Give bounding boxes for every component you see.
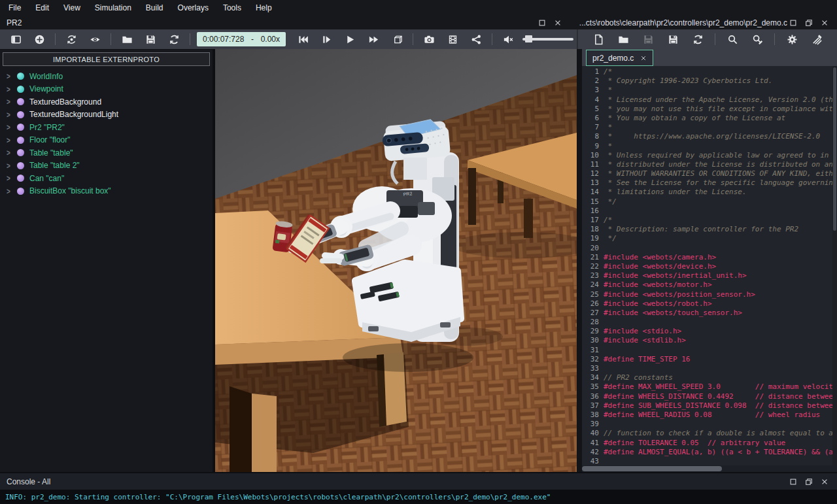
expand-arrow-icon[interactable]: > bbox=[7, 84, 16, 93]
expand-arrow-icon[interactable]: > bbox=[7, 110, 16, 119]
code-line: 29#include <stdio.h> bbox=[582, 327, 837, 336]
maximize-icon[interactable] bbox=[787, 18, 799, 28]
tree-node-floor[interactable]: >Floor "floor" bbox=[0, 134, 213, 147]
play-button[interactable] bbox=[341, 31, 358, 48]
maximize-icon[interactable] bbox=[536, 18, 548, 28]
node-type-icon bbox=[17, 162, 24, 169]
movie-button[interactable] bbox=[444, 31, 461, 48]
expand-arrow-icon[interactable]: > bbox=[7, 135, 16, 144]
line-number: 10 bbox=[582, 151, 599, 160]
3d-viewport[interactable]: PR2 bbox=[215, 49, 577, 472]
importable-externproto-button[interactable]: IMPORTABLE EXTERNPROTO bbox=[3, 52, 210, 66]
tab-pr2-demo-c[interactable]: pr2_demo.c bbox=[586, 50, 653, 66]
menu-overlays[interactable]: Overlays bbox=[171, 0, 216, 16]
splitter[interactable] bbox=[577, 49, 582, 472]
rewind-button[interactable] bbox=[294, 31, 311, 48]
restore-viewpoint-button[interactable] bbox=[63, 31, 80, 48]
step-button[interactable] bbox=[318, 31, 335, 48]
code-line: 25#include <webots/position_sensor.h> bbox=[582, 290, 837, 299]
editor-dock-window-buttons bbox=[787, 18, 837, 28]
menu-edit[interactable]: Edit bbox=[28, 0, 56, 16]
sound-mute-button[interactable] bbox=[500, 31, 517, 48]
add-node-button[interactable] bbox=[31, 31, 48, 48]
code-line: 19 */ bbox=[582, 234, 837, 243]
restore-icon[interactable] bbox=[803, 477, 815, 487]
clear-button[interactable] bbox=[808, 31, 825, 48]
volume-slider[interactable] bbox=[522, 38, 573, 41]
find-replace-button[interactable] bbox=[749, 31, 766, 48]
tree-node-texturedbackground[interactable]: >TexturedBackground bbox=[0, 95, 213, 109]
screenshot-button[interactable] bbox=[420, 31, 437, 48]
close-icon[interactable] bbox=[819, 18, 830, 28]
horizontal-scrollbar[interactable] bbox=[582, 465, 837, 472]
toolbar-separator bbox=[774, 33, 775, 45]
menu-build[interactable]: Build bbox=[139, 0, 171, 16]
3d-scene: PR2 bbox=[215, 49, 577, 472]
close-icon[interactable] bbox=[819, 477, 830, 487]
toolbar-row: 0:00:07:728-0.00x bbox=[0, 29, 837, 49]
open-file-button[interactable] bbox=[615, 31, 632, 48]
save-as-button[interactable] bbox=[664, 31, 681, 48]
console-log-line: INFO: pr2_demo: Starting controller: "C:… bbox=[5, 493, 551, 501]
preferences-button[interactable] bbox=[783, 31, 800, 48]
expand-arrow-icon[interactable]: > bbox=[7, 72, 16, 81]
expand-arrow-icon[interactable]: > bbox=[7, 123, 16, 132]
node-label: TexturedBackgroundLight bbox=[29, 110, 118, 119]
maximize-icon[interactable] bbox=[787, 477, 799, 487]
tree-node-worldinfo[interactable]: >WorldInfo bbox=[0, 70, 213, 83]
tab-close-icon[interactable] bbox=[640, 55, 647, 61]
line-number: 35 bbox=[582, 382, 599, 392]
tree-node-biscuitbox[interactable]: >BiscuitBox "biscuit box" bbox=[0, 185, 213, 198]
expand-arrow-icon[interactable]: > bbox=[7, 186, 16, 195]
reload-world-button[interactable] bbox=[165, 31, 182, 48]
find-button[interactable] bbox=[724, 31, 741, 48]
line-text: */ bbox=[599, 234, 617, 243]
fast-forward-button[interactable] bbox=[365, 31, 382, 48]
tree-node-viewpoint[interactable]: >Viewpoint bbox=[0, 83, 213, 96]
world-tab-pr2[interactable]: PR2 bbox=[0, 18, 28, 27]
menu-tools[interactable]: Tools bbox=[216, 0, 248, 16]
tree-node-can[interactable]: >Can "can" bbox=[0, 172, 213, 185]
close-icon[interactable] bbox=[552, 18, 564, 28]
line-text: #include <webots/camera.h> bbox=[599, 253, 716, 262]
tree-node-table[interactable]: >Table "table 2" bbox=[0, 160, 213, 173]
line-text: #include <webots/position_sensor.h> bbox=[599, 290, 755, 299]
console-log: INFO: pr2_demo: Starting controller: "C:… bbox=[0, 490, 837, 504]
line-text: #define WHEEL_RADIUS 0.08 // wheel radiu… bbox=[599, 411, 820, 420]
code-area[interactable]: 1/*2 * Copyright 1996-2023 Cyberbotics L… bbox=[582, 66, 837, 465]
line-number: 42 bbox=[582, 448, 599, 457]
slider-handle[interactable] bbox=[525, 35, 532, 42]
revert-file-button[interactable] bbox=[689, 31, 706, 48]
simulation-toolbar: 0:00:07:728-0.00x bbox=[0, 31, 577, 48]
line-number: 16 bbox=[582, 207, 599, 216]
tree-node-texturedbackgroundlight[interactable]: >TexturedBackgroundLight bbox=[0, 109, 213, 122]
tree-node-pr2[interactable]: >Pr2 "PR2" bbox=[0, 121, 213, 134]
node-label: Viewpoint bbox=[29, 84, 63, 93]
expand-arrow-icon[interactable]: > bbox=[7, 174, 16, 183]
share-button[interactable] bbox=[468, 31, 485, 48]
hide-scene-tree-button[interactable] bbox=[7, 31, 24, 48]
open-world-icon bbox=[122, 34, 133, 45]
show-selection-button[interactable] bbox=[86, 31, 103, 48]
slider-track[interactable] bbox=[522, 38, 573, 41]
save-world-button[interactable] bbox=[142, 31, 159, 48]
new-file-icon bbox=[593, 34, 604, 45]
menu-simulation[interactable]: Simulation bbox=[88, 0, 139, 16]
expand-arrow-icon[interactable]: > bbox=[7, 97, 16, 107]
tree-node-table[interactable]: >Table "table" bbox=[0, 146, 213, 160]
rendering-button[interactable] bbox=[388, 31, 405, 48]
line-number: 18 bbox=[582, 225, 599, 234]
open-world-button[interactable] bbox=[118, 31, 135, 48]
vertical-scrollbar[interactable] bbox=[832, 66, 837, 465]
menu-view[interactable]: View bbox=[56, 0, 88, 16]
new-file-button[interactable] bbox=[590, 31, 607, 48]
hide-scene-tree-icon bbox=[10, 34, 22, 45]
expand-arrow-icon[interactable]: > bbox=[7, 161, 16, 170]
menu-file[interactable]: File bbox=[1, 0, 28, 16]
menu-help[interactable]: Help bbox=[248, 0, 279, 16]
expand-arrow-icon[interactable]: > bbox=[7, 148, 16, 158]
restore-icon[interactable] bbox=[803, 18, 815, 28]
code-line: 28 bbox=[582, 318, 837, 327]
scrollbar-thumb[interactable] bbox=[582, 466, 722, 471]
code-line: 17/* bbox=[582, 216, 837, 225]
